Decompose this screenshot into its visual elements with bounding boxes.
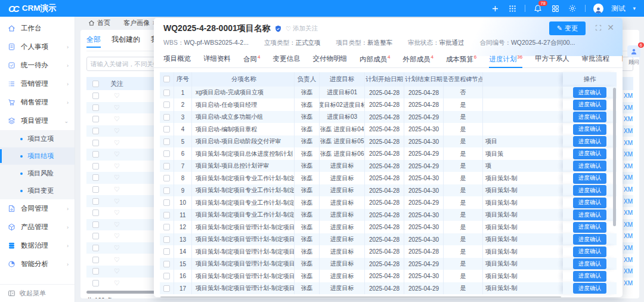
sidebar-item-project-change[interactable]: 项目变更 — [0, 182, 75, 199]
progress-confirm-button[interactable]: 进度确认 — [573, 234, 606, 245]
sidebar-item-contract[interactable]: 合同管理 › — [0, 199, 75, 218]
heart-icon[interactable]: ♡ — [104, 232, 129, 240]
progress-confirm-button[interactable]: 进度确认 — [573, 124, 606, 135]
close-icon[interactable]: ✕ — [607, 23, 614, 32]
heart-icon[interactable]: ♡ — [104, 104, 129, 112]
filter-tab-0[interactable]: 全部 — [86, 35, 101, 47]
row-checkbox[interactable] — [163, 199, 170, 206]
add-icon[interactable] — [490, 4, 500, 13]
fullscreen-icon[interactable] — [595, 24, 602, 31]
add-follow-link[interactable]: ♡ 添加关注 — [286, 24, 318, 33]
progress-confirm-button[interactable]: 进度确认 — [573, 185, 606, 196]
progress-confirm-button[interactable]: 进度确认 — [573, 209, 606, 220]
collapse-menu-button[interactable]: 收起菜单 — [0, 284, 75, 302]
sidebar-item-project[interactable]: 项目管理 ⌄ — [0, 112, 75, 130]
sidebar-item-marketing[interactable]: 营销管理 › — [0, 75, 75, 93]
row-checkbox[interactable] — [92, 104, 99, 111]
heart-icon[interactable]: ♡ — [104, 279, 129, 287]
tab-attachments[interactable]: 附件 — [622, 51, 623, 67]
heart-icon[interactable]: ♡ — [104, 174, 129, 181]
tab-deliverables[interactable]: 交付物明细 — [312, 51, 347, 67]
row-checkbox[interactable] — [92, 280, 99, 286]
progress-confirm-button[interactable]: 进度确认 — [573, 283, 606, 294]
filter-tab-1[interactable]: 我创建的 — [112, 35, 140, 47]
heart-icon[interactable]: ♡ — [104, 267, 129, 275]
vertical-scrollbar[interactable] — [613, 88, 616, 226]
row-checkbox[interactable] — [163, 224, 170, 230]
row-checkbox[interactable] — [92, 221, 99, 228]
row-checkbox[interactable] — [163, 163, 170, 170]
change-button[interactable]: ✎ 变更 — [549, 21, 586, 35]
progress-confirm-button[interactable]: 进度确认 — [573, 112, 606, 122]
progress-confirm-button[interactable]: 进度确认 — [573, 100, 606, 110]
tab-internal-members[interactable]: 内部成员4 — [360, 51, 390, 67]
row-checkbox[interactable] — [92, 140, 99, 146]
sidebar-item-data-governance[interactable]: 数据治理 › — [0, 236, 75, 255]
row-checkbox[interactable] — [163, 126, 170, 132]
advisor-float-widget[interactable]: 6 顾问 — [625, 45, 643, 66]
heart-icon[interactable]: ♡ — [104, 256, 129, 264]
user-avatar[interactable] — [593, 4, 603, 14]
row-checkbox[interactable] — [163, 150, 170, 157]
row-checkbox[interactable] — [92, 116, 99, 122]
row-checkbox[interactable] — [92, 268, 99, 275]
heart-icon[interactable]: ♡ — [104, 115, 129, 123]
sidebar-item-project-initiation[interactable]: 项目立项 — [0, 130, 75, 147]
progress-confirm-button[interactable]: 进度确认 — [573, 136, 606, 147]
tab-change-info[interactable]: 变更信息 — [273, 51, 300, 67]
heart-icon[interactable]: ♡ — [104, 127, 129, 135]
chevron-down-icon[interactable]: ▾ — [633, 5, 636, 11]
progress-confirm-button[interactable]: 进度确认 — [573, 271, 606, 282]
sidebar-item-project-closing[interactable]: 项目结项 — [0, 147, 75, 165]
page-tab-home[interactable]: 首页 — [83, 17, 116, 29]
row-checkbox[interactable] — [92, 163, 99, 170]
horizontal-scrollbar[interactable] — [160, 297, 562, 297]
row-checkbox[interactable] — [92, 151, 99, 158]
heart-icon[interactable]: ♡ — [104, 244, 129, 252]
heart-icon[interactable]: ♡ — [104, 162, 129, 170]
tab-approval-flow[interactable]: 审批流程 — [582, 51, 609, 67]
select-all-checkbox[interactable] — [163, 76, 170, 82]
select-all-checkbox[interactable] — [92, 81, 99, 87]
row-checkbox[interactable] — [163, 212, 170, 218]
apps-grid-icon[interactable] — [507, 4, 517, 13]
progress-confirm-button[interactable]: 进度确认 — [573, 173, 606, 184]
sidebar-item-workbench[interactable]: 工作台 — [0, 19, 75, 38]
row-checkbox[interactable] — [92, 174, 99, 181]
heart-icon[interactable]: ♡ — [104, 186, 129, 193]
row-checkbox[interactable] — [163, 273, 170, 279]
heart-icon[interactable]: ♡ — [104, 198, 129, 205]
sidebar-item-todo[interactable]: 统一待办 › — [0, 56, 75, 75]
row-checkbox[interactable] — [92, 128, 99, 134]
sidebar-item-product[interactable]: 产品管理 › — [0, 218, 75, 236]
row-checkbox[interactable] — [163, 90, 170, 96]
tab-stakeholders[interactable]: 甲方干系人 — [535, 51, 569, 67]
progress-confirm-button[interactable]: 进度确认 — [573, 161, 606, 171]
notification-bell-icon[interactable]: 78 — [533, 4, 543, 13]
heart-icon[interactable]: ♡ — [104, 209, 129, 217]
tab-contract[interactable]: 合同4 — [243, 51, 260, 67]
row-checkbox[interactable] — [92, 257, 99, 263]
row-checkbox[interactable] — [92, 245, 99, 251]
row-checkbox[interactable] — [163, 248, 170, 255]
row-checkbox[interactable] — [163, 138, 170, 145]
tab-external-members[interactable]: 外部成员4 — [402, 51, 433, 67]
tab-details[interactable]: 详细资料 — [203, 51, 231, 67]
progress-confirm-button[interactable]: 进度确认 — [573, 258, 606, 269]
heart-icon[interactable]: ♡ — [104, 221, 129, 229]
progress-confirm-button[interactable]: 进度确认 — [573, 246, 606, 257]
row-checkbox[interactable] — [92, 233, 99, 239]
sidebar-item-project-risk[interactable]: 项目风险 — [0, 165, 75, 182]
row-checkbox[interactable] — [163, 261, 170, 267]
tab-budget[interactable]: 成本预算6 — [446, 51, 476, 67]
sidebar-item-sales[interactable]: 销售管理 › — [0, 93, 75, 112]
row-checkbox[interactable] — [92, 209, 99, 216]
row-checkbox[interactable] — [92, 93, 99, 99]
mini-apps-icon[interactable] — [550, 4, 560, 13]
row-checkbox[interactable] — [163, 187, 170, 194]
row-checkbox[interactable] — [163, 175, 170, 181]
user-name[interactable]: 测试 — [611, 4, 625, 13]
heart-icon[interactable]: ♡ — [104, 150, 129, 158]
progress-confirm-button[interactable]: 进度确认 — [573, 149, 606, 159]
progress-confirm-button[interactable]: 进度确认 — [573, 87, 606, 98]
